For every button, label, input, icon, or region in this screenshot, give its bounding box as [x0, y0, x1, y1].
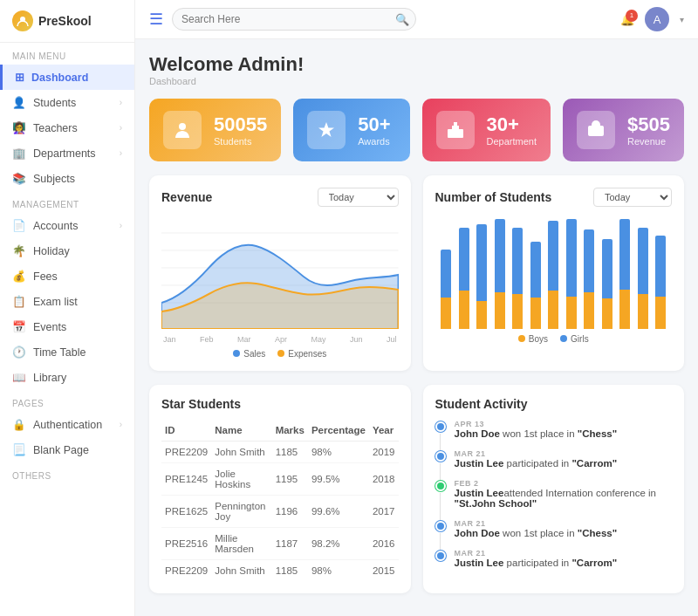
- activity-date: MAR 21: [455, 449, 618, 458]
- cell-marks: 1185: [272, 441, 308, 463]
- awards-stat-icon: [307, 111, 346, 149]
- revenue-legend: Sales Expenses: [161, 349, 399, 359]
- sidebar-item-students[interactable]: 👤Students ›: [0, 90, 134, 115]
- cell-marks: 1196: [272, 496, 308, 528]
- subjects-icon: 📚: [12, 172, 26, 185]
- bar-chart: [435, 216, 673, 329]
- activity-date: APR 13: [455, 420, 618, 428]
- activity-date: FEB 2: [455, 479, 673, 488]
- timetable-icon: 🕐: [12, 346, 26, 359]
- search-input[interactable]: [172, 8, 416, 31]
- fees-icon: 💰: [12, 270, 26, 283]
- logo-text: PreSkool: [38, 14, 92, 28]
- notification-badge: 1: [626, 10, 638, 22]
- students-stat-info: 50055 Students: [214, 113, 267, 147]
- menu-icon[interactable]: ☰: [149, 10, 163, 29]
- sidebar-item-timetable[interactable]: 🕐Time Table: [0, 339, 134, 365]
- boys-legend: Boys: [518, 334, 548, 344]
- chevron-right-icon: ›: [120, 98, 122, 107]
- revenue-stat-info: $505 Revenue: [627, 113, 670, 147]
- page-title: Welcome Admin!: [149, 53, 684, 76]
- revenue-chart-header: Revenue Today This Week This Month: [161, 188, 399, 207]
- students-chart-title: Number of Students: [435, 190, 552, 204]
- sidebar-item-blank[interactable]: 📃Blank Page: [0, 437, 134, 462]
- holiday-icon: 🌴: [12, 244, 26, 257]
- revenue-stat-icon: [577, 111, 615, 149]
- notification-bell[interactable]: 🔔 1: [620, 13, 634, 26]
- stat-card-awards: 50+ Awards: [293, 99, 409, 161]
- svg-rect-2: [448, 129, 463, 138]
- students-stat-icon: [163, 111, 202, 149]
- dept-stat-icon: [436, 111, 475, 149]
- chevron-down-icon[interactable]: ▾: [680, 15, 684, 24]
- activity-content: APR 13John Doe won 1st place in "Chess": [455, 420, 618, 439]
- student-activity-card: Student Activity APR 13John Doe won 1st …: [423, 385, 685, 593]
- sidebar-item-subjects[interactable]: 📚Subjects: [0, 166, 134, 191]
- activity-content: FEB 2Justin Leeattended Internation conf…: [455, 479, 673, 509]
- revenue-label: Revenue: [627, 136, 670, 147]
- revenue-x-labels: JanFebMarAprMayJunJul: [161, 335, 399, 344]
- sidebar-item-holiday[interactable]: 🌴Holiday: [0, 238, 134, 264]
- table-row: PRE2209John Smith118598%2019: [161, 441, 399, 463]
- logo-icon: [12, 10, 33, 31]
- table-row: PRE2209John Smith118598%2015: [161, 560, 399, 582]
- awards-stat-info: 50+ Awards: [358, 113, 390, 147]
- sidebar-item-fees[interactable]: 💰Fees: [0, 264, 134, 289]
- sidebar-item-library[interactable]: 📖Library: [0, 365, 134, 390]
- cell-id: PRE2209: [161, 441, 211, 463]
- cell-year: 2018: [369, 463, 399, 496]
- activity-dot: [435, 521, 446, 531]
- cell-pct: 99.6%: [308, 496, 369, 528]
- cell-id: PRE2209: [161, 560, 211, 582]
- cell-year: 2019: [369, 441, 399, 463]
- sidebar-item-authentication[interactable]: 🔒Authentication ›: [0, 412, 134, 437]
- cell-marks: 1185: [272, 560, 308, 582]
- sidebar-item-exam-list[interactable]: 📋Exam list: [0, 289, 134, 314]
- cell-name: Millie Marsden: [211, 528, 271, 560]
- sidebar-item-accounts[interactable]: 📄Accounts ›: [0, 213, 134, 238]
- activity-dot: [435, 551, 446, 561]
- exam-icon: 📋: [12, 295, 26, 308]
- activity-item: FEB 2Justin Leeattended Internation conf…: [435, 479, 673, 509]
- topbar: ☰ 🔍 🔔 1 A ▾: [135, 0, 698, 39]
- revenue-chart-svg: [161, 216, 399, 329]
- cell-pct: 99.5%: [308, 463, 369, 496]
- table-row: PRE1245Jolie Hoskins119599.5%2018: [161, 463, 399, 496]
- star-students-table: ID Name Marks Percentage Year PRE2209Joh…: [161, 420, 399, 581]
- sidebar-item-events[interactable]: 📅Events: [0, 314, 134, 339]
- avatar[interactable]: A: [645, 7, 669, 31]
- main-content: ☰ 🔍 🔔 1 A ▾ Welcome Admin! Dashboard 5: [135, 0, 698, 616]
- students-label: Students: [214, 136, 267, 147]
- students-chart-select[interactable]: Today This Week: [593, 188, 672, 207]
- activity-list: APR 13John Doe won 1st place in "Chess"M…: [435, 420, 673, 568]
- search-icon[interactable]: 🔍: [395, 13, 409, 26]
- cell-marks: 1195: [272, 463, 308, 496]
- sidebar-item-teachers[interactable]: 👩‍🏫Teachers ›: [0, 115, 134, 140]
- col-id: ID: [161, 420, 211, 441]
- students-chart-card: Number of Students Today This Week: [423, 175, 685, 371]
- chevron-right-icon: ›: [120, 148, 122, 158]
- students-icon: 👤: [12, 96, 26, 109]
- revenue-chart-select[interactable]: Today This Week This Month: [318, 188, 399, 207]
- sidebar-item-label: Dashboard: [31, 72, 88, 84]
- students-value: 50055: [214, 113, 267, 136]
- stat-card-revenue: $505 Revenue: [563, 99, 684, 161]
- activity-date: MAR 21: [455, 519, 618, 528]
- revenue-chart-card: Revenue Today This Week This Month: [149, 175, 411, 371]
- cell-id: PRE1245: [161, 463, 211, 496]
- activity-text: Justin Leeattended Internation conferenc…: [455, 488, 673, 509]
- sidebar-item-dashboard[interactable]: ⊞ Dashboard: [0, 65, 134, 90]
- breadcrumb: Dashboard: [149, 76, 684, 86]
- activity-item: MAR 21Justin Lee participated in "Carrom…: [435, 449, 673, 469]
- girls-legend: Girls: [560, 334, 589, 344]
- students-chart-header: Number of Students Today This Week: [435, 188, 673, 207]
- cell-pct: 98%: [308, 441, 369, 463]
- activity-dot: [435, 451, 446, 462]
- star-students-card: Star Students ID Name Marks Percentage Y…: [149, 385, 411, 593]
- management-label: Management: [0, 191, 134, 213]
- search-box: 🔍: [172, 8, 416, 31]
- awards-value: 50+: [358, 113, 390, 136]
- chevron-right-icon: ›: [120, 221, 122, 230]
- students-legend: Boys Girls: [435, 334, 673, 344]
- sidebar-item-departments[interactable]: 🏢Departments ›: [0, 140, 134, 166]
